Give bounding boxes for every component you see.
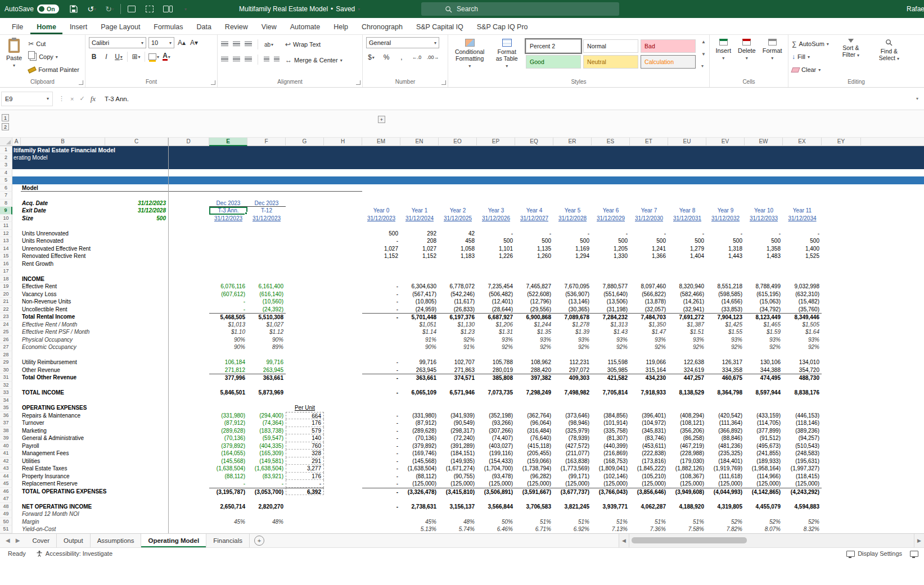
cell-C26[interactable]: [105, 336, 168, 344]
cell-ET26[interactable]: 93%: [630, 336, 668, 344]
cell-EM23[interactable]: -: [362, 313, 400, 321]
comma-style-button[interactable]: ,: [396, 52, 407, 63]
cell-C20[interactable]: [105, 291, 168, 298]
cell-B11[interactable]: [21, 222, 105, 230]
cell-EN41[interactable]: (169,746): [400, 450, 439, 457]
cell-EQ49[interactable]: [515, 510, 553, 518]
cell-F16[interactable]: [247, 260, 286, 268]
cell-F14[interactable]: [247, 245, 286, 253]
cell-EX4[interactable]: [783, 169, 822, 177]
cell-G28[interactable]: [286, 351, 324, 359]
cell-EO4[interactable]: [439, 169, 477, 177]
cell-D31[interactable]: [168, 374, 209, 382]
cell-ES35[interactable]: [592, 404, 630, 412]
cell-B43[interactable]: Real Estate Taxes: [21, 465, 105, 473]
row-header-51[interactable]: 51: [0, 525, 12, 533]
cell-EO21[interactable]: (11,617): [439, 298, 477, 306]
cell-ES28[interactable]: [592, 351, 630, 359]
cell-E35[interactable]: [209, 404, 247, 412]
cell-EU41[interactable]: (228,988): [668, 450, 706, 457]
cell-EO44[interactable]: (90,755): [439, 473, 477, 480]
row-header-12[interactable]: 12: [0, 230, 12, 238]
cell-C38[interactable]: [105, 427, 168, 435]
cell-EU23[interactable]: 7,691,272: [668, 313, 706, 321]
normal-view-icon[interactable]: [910, 551, 918, 557]
cell-EM32[interactable]: [362, 382, 400, 389]
cell-EM17[interactable]: [362, 267, 400, 275]
cell-B26[interactable]: Physical Occupancy: [21, 336, 105, 344]
cell-B29[interactable]: Utility Reimbursement: [21, 359, 105, 366]
cell-A48[interactable]: [12, 503, 21, 511]
cell-H10[interactable]: [324, 215, 362, 223]
row-header-3[interactable]: 3: [0, 161, 12, 169]
cell-EN42[interactable]: (145,568): [400, 457, 439, 465]
cell-D33[interactable]: [168, 389, 209, 397]
cell-A12[interactable]: [12, 230, 21, 238]
cell-EN4[interactable]: [400, 169, 439, 177]
cell-EY45[interactable]: [822, 480, 861, 488]
cell-EQ10[interactable]: 31/12/2027: [515, 215, 553, 223]
cell-C43[interactable]: [105, 465, 168, 473]
cell-EV8[interactable]: [706, 199, 745, 207]
cell-EM12[interactable]: 500: [362, 230, 400, 238]
cell-B34[interactable]: [21, 397, 105, 405]
cell-B14[interactable]: Unrenovated Effective Rent: [21, 245, 105, 253]
cell-EW22[interactable]: (34,792): [745, 306, 783, 314]
cell-B33[interactable]: TOTAL INCOME: [21, 389, 105, 397]
cell-D45[interactable]: [168, 480, 209, 488]
cell-EP18[interactable]: [477, 275, 515, 283]
cell-EX49[interactable]: [783, 510, 822, 518]
cell-D35[interactable]: [168, 404, 209, 412]
cell-C18[interactable]: [105, 275, 168, 283]
cell-B25[interactable]: Effective Rent PSF / Month: [21, 328, 105, 336]
cell-B48[interactable]: NET OPERATING INCOME: [21, 503, 105, 511]
cell-C25[interactable]: [105, 328, 168, 336]
cell-EY26[interactable]: [822, 336, 861, 344]
cell-E41[interactable]: (164,055): [209, 450, 247, 457]
cell-H8[interactable]: [324, 199, 362, 207]
cell-EP24[interactable]: $1,206: [477, 321, 515, 329]
ribbon-tab-s-p-cap-iq-pro[interactable]: S&P Cap IQ Pro: [471, 21, 534, 34]
scrollbar-thumb[interactable]: [632, 537, 747, 543]
increase-indent-icon[interactable]: [274, 57, 280, 62]
cell-E18[interactable]: [209, 275, 247, 283]
cell-EV21[interactable]: (14,656): [706, 298, 745, 306]
cell-EX19[interactable]: 9,032,998: [783, 283, 822, 291]
cell-EU49[interactable]: [668, 510, 706, 518]
cell-E46[interactable]: (3,195,787): [209, 488, 247, 496]
cell-D21[interactable]: [168, 298, 209, 306]
cell-EQ19[interactable]: 7,465,827: [515, 283, 553, 291]
cell-A50[interactable]: [12, 518, 21, 526]
cell-EN34[interactable]: [400, 397, 439, 405]
cell-C41[interactable]: [105, 450, 168, 457]
cell-EQ45[interactable]: (125,000): [515, 480, 553, 488]
cell-EV42[interactable]: (184,401): [706, 457, 745, 465]
cell-EX48[interactable]: 4,594,883: [783, 503, 822, 511]
cell-D40[interactable]: [168, 442, 209, 450]
cell-ER44[interactable]: (99,171): [553, 473, 592, 480]
cell-D17[interactable]: [168, 267, 209, 275]
cell-EO36[interactable]: (341,939): [439, 412, 477, 420]
cell-EM10[interactable]: 31/12/2023: [362, 215, 400, 223]
cell-H21[interactable]: [324, 298, 362, 306]
cell-B13[interactable]: Units Renovated: [21, 237, 105, 245]
cell-EW42[interactable]: (189,933): [745, 457, 783, 465]
cell-EU43[interactable]: (1,882,126): [668, 465, 706, 473]
cell-ES24[interactable]: $1,313: [592, 321, 630, 329]
cell-EQ27[interactable]: 92%: [515, 343, 553, 351]
cell-EM20[interactable]: -: [362, 291, 400, 298]
cell-ES25[interactable]: $1.43: [592, 328, 630, 336]
cell-ET32[interactable]: [630, 382, 668, 389]
cell-EX18[interactable]: [783, 275, 822, 283]
add-sheet-button[interactable]: +: [254, 536, 264, 546]
cell-EW15[interactable]: 1,483: [745, 252, 783, 260]
cell-ES15[interactable]: 1,330: [592, 252, 630, 260]
cell-EQ39[interactable]: (76,640): [515, 434, 553, 442]
cell-C51[interactable]: [105, 525, 168, 533]
ribbon-tab-review[interactable]: Review: [219, 21, 254, 34]
cell-ES47[interactable]: [592, 495, 630, 503]
cell-EN10[interactable]: 31/12/2024: [400, 215, 439, 223]
cell-EM51[interactable]: [362, 525, 400, 533]
cell-EP14[interactable]: 1,101: [477, 245, 515, 253]
cell-EN19[interactable]: 6,304,630: [400, 283, 439, 291]
